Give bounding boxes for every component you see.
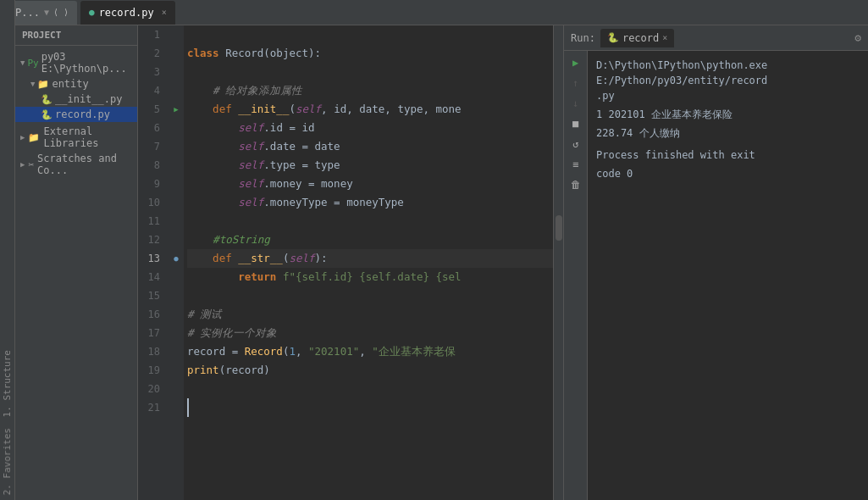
ln-17: 17 [138,324,163,342]
entity-folder-icon: 📁 [37,79,49,90]
gc-19 [169,361,184,380]
gc-13: ● [169,249,184,268]
code-line-19: print(record) [187,361,553,380]
sidebar: Project ▼ Py py03 E:\Python\p... ▼ 📁 ent… [15,25,138,500]
comment-line4: # 给对象添加属性 [187,81,302,100]
ln-4: 4 [138,81,163,100]
py03-label: py03 E:\Python\p... [41,51,132,75]
kw-class: class [187,44,225,63]
gc-16 [169,305,184,324]
project-tab[interactable]: P... ▼ ⟨ ⟩ [7,1,77,25]
sidebar-item-py03[interactable]: ▼ Py py03 E:\Python\p... [15,49,137,76]
sidebar-item-record[interactable]: 🐍 record.py [15,107,137,122]
run-tab[interactable]: 🐍 record × [600,29,674,47]
line-numbers: 1 2 3 4 5 6 7 8 9 10 11 12 13 14 15 16 1 [138,25,169,500]
gc-18 [169,342,184,361]
gc-20 [169,380,184,398]
code-line-17: # 实例化一个对象 [187,324,553,342]
run-output-data1: 1 202101 企业基本养老保险 [596,107,860,122]
gc-8 [169,156,184,175]
gc-17 [169,324,184,342]
scroll-thumb[interactable] [556,215,562,241]
run-scroll-up-button[interactable]: ↑ [567,75,584,92]
record-label: record.py [55,108,110,120]
scratches-folder-icon: ✂ [28,159,34,170]
ln-11: 11 [138,212,163,231]
gc-6 [169,119,184,137]
ln-6: 6 [138,119,163,137]
init-file-icon: 🐍 [41,94,53,105]
gc-3 [169,63,184,81]
code-line-16: # 测试 [187,305,553,324]
code-line-9: self.money = money [187,175,553,193]
structure-label[interactable]: 1. Structure [0,345,14,422]
code-line-20 [187,380,553,398]
run-tab-close[interactable]: × [662,33,667,42]
run-scroll-down-button[interactable]: ↓ [567,95,584,112]
run-label: Run: [571,32,595,44]
file-tab-label: record.py [99,7,154,19]
run-output-finished: Process finished with exit [596,147,860,163]
code-line-6: self.id = id [187,119,553,137]
ln-3: 3 [138,63,163,81]
gc-5[interactable]: ▶ [169,100,184,119]
comment-tostring: #toString [187,231,270,249]
editor-wrapper: Project ▼ Py py03 E:\Python\p... ▼ 📁 ent… [15,25,868,500]
sidebar-item-scratches[interactable]: ▶ ✂ Scratches and Co... [15,151,137,178]
run-rerun-button[interactable]: ↺ [567,136,584,153]
record-file-icon: 🐍 [41,109,53,120]
code-line-21 [187,398,553,417]
ln-7: 7 [138,137,163,156]
code-lines[interactable]: class Record(object): # 给对象添加属性 def __in… [184,25,553,500]
file-tab-record[interactable]: ● record.py × [80,1,175,25]
ln-2: 2 [138,44,163,63]
gc-12 [169,231,184,249]
gc-7 [169,137,184,156]
file-tab-icon: ● [89,7,95,18]
entity-chevron-icon: ▼ [30,80,35,88]
editor-content: 1 2 3 4 5 6 7 8 9 10 11 12 13 14 15 16 1 [138,25,563,500]
ln-21: 21 [138,398,163,417]
code-line-5: def __init__(self, id, date, type, mone [187,100,553,119]
run-play-button[interactable]: ▶ [567,54,584,71]
ln-19: 19 [138,361,163,380]
main-layout: Project ▼ Py py03 E:\Python\p... ▼ 📁 ent… [0,25,868,500]
extlibs-folder-icon: 📁 [28,132,40,143]
run-settings-icon[interactable]: ⚙ [854,31,861,44]
code-line-7: self.date = date [187,137,553,156]
cursor [187,398,196,417]
ln-13: 13 [138,249,163,268]
code-line-1 [187,25,553,44]
run-clear-button[interactable]: 🗑 [567,176,584,193]
gutter-area: ▶ ● [169,25,184,500]
file-tab-close[interactable]: × [162,8,167,17]
gc-11 [169,212,184,231]
ln-15: 15 [138,286,163,305]
gc-10 [169,193,184,212]
sidebar-item-extlibs[interactable]: ▶ 📁 External Libraries [15,124,137,151]
run-stop-button[interactable]: ■ [567,115,584,132]
project-tab-label: P... [15,7,40,19]
gc-14 [169,268,184,286]
ln-20: 20 [138,380,163,398]
run-output-data2: 228.74 个人缴纳 [596,125,860,141]
code-line-12: #toString [187,231,553,249]
run-tab-icon: 🐍 [607,32,619,43]
gc-15 [169,286,184,305]
code-line-13: def __str__(self): [187,249,553,268]
favorites-label[interactable]: 2. Favorites [0,423,14,500]
editor-area: 1 2 3 4 5 6 7 8 9 10 11 12 13 14 15 16 1 [138,25,563,500]
sidebar-item-entity[interactable]: ▼ 📁 entity [15,76,137,92]
scroll-gutter[interactable] [553,25,563,500]
run-format-button[interactable]: ≡ [567,156,584,173]
gc-2 [169,44,184,63]
run-panel: Run: 🐍 record × ⚙ ▶ ↑ ↓ ■ ↺ ≡ 🗑 [563,25,868,500]
sidebar-item-init[interactable]: 🐍 __init__.py [15,92,137,107]
run-output-path3: .py [596,88,860,103]
ln-14: 14 [138,268,163,286]
ln-18: 18 [138,342,163,361]
comment-instantiate: # 实例化一个对象 [187,324,277,342]
code-line-18: record = Record(1, "202101", "企业基本养老保 [187,342,553,361]
run-tab-name: record [622,32,659,44]
py-folder-icon: Py [27,58,38,69]
